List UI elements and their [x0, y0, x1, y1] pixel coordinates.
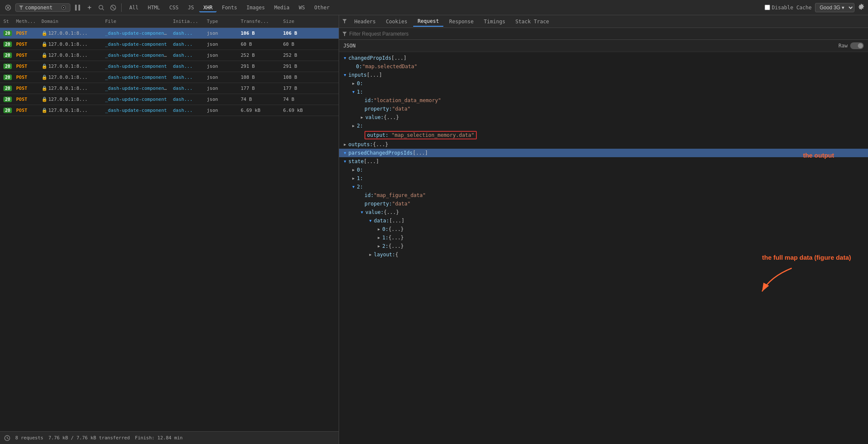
svg-point-9: [99, 5, 103, 9]
json-line[interactable]: ▶0:: [339, 166, 868, 174]
json-line[interactable]: ▶layout: {: [339, 250, 868, 259]
tree-arrow-icon[interactable]: ▶: [376, 235, 381, 240]
tree-arrow-icon[interactable]: ▼: [368, 218, 373, 223]
table-row[interactable]: 20POST🔒127.0.0.1:8..._dash-update-compon…: [0, 83, 339, 94]
tree-arrow-icon[interactable]: ▶: [368, 252, 373, 257]
json-line[interactable]: ▼state [...]: [339, 157, 868, 166]
tab-headers[interactable]: Headers: [350, 17, 380, 26]
network-throttle-select[interactable]: Good 3G ▾: [815, 3, 854, 12]
json-value: "map.selectedData": [362, 64, 417, 69]
tab-timings[interactable]: Timings: [480, 17, 510, 26]
json-bracket: [...]: [389, 218, 404, 224]
json-key: data:: [374, 218, 389, 224]
json-line[interactable]: ▶2:: [339, 122, 868, 130]
json-bracket: {: [395, 252, 398, 258]
cell-size: 106 B: [281, 31, 315, 36]
filter-clear-icon[interactable]: [61, 5, 67, 11]
tab-css[interactable]: CSS: [165, 3, 183, 12]
tree-arrow-icon[interactable]: ▼: [351, 89, 356, 94]
json-line[interactable]: ▶1: {...}: [339, 233, 868, 242]
tree-arrow-icon[interactable]: ▶: [351, 123, 356, 128]
json-line[interactable]: ▼data: [...]: [339, 216, 868, 225]
tree-arrow-icon[interactable]: ▶: [351, 81, 356, 86]
tree-arrow-icon[interactable]: ▼: [342, 159, 348, 164]
tree-arrow-icon[interactable]: ▶: [351, 176, 356, 181]
json-line[interactable]: ▶0: {...}: [339, 225, 868, 233]
tree-arrow-icon[interactable]: ▼: [342, 56, 348, 61]
tree-arrow-icon[interactable]: ▼: [351, 184, 356, 189]
json-bracket: [...]: [364, 158, 379, 164]
tree-arrow-icon[interactable]: ▶: [351, 167, 356, 172]
json-key: 2:: [357, 184, 363, 190]
settings-icon[interactable]: [858, 3, 865, 11]
tab-ws[interactable]: WS: [295, 3, 309, 12]
table-row[interactable]: 20POST🔒127.0.0.1:8..._dash-update-compon…: [0, 28, 339, 39]
json-line[interactable]: 0: "map.selectedData": [339, 62, 868, 71]
cell-method: POST: [14, 108, 40, 113]
main-content: St Meth... Domain File Initia... Type Tr…: [0, 15, 868, 444]
json-line[interactable]: ▼2:: [339, 183, 868, 191]
json-line[interactable]: ▼parsedChangedPropsIds [...]: [339, 149, 868, 157]
json-line[interactable]: output: "map_selection_memory.data": [339, 130, 868, 140]
search-magnifier-icon[interactable]: [97, 3, 106, 12]
table-row[interactable]: 20POST🔒127.0.0.1:8..._dash-update-compon…: [0, 50, 339, 61]
tree-arrow-icon[interactable]: ▼: [359, 210, 364, 215]
tab-request[interactable]: Request: [413, 17, 443, 27]
json-bracket: {...}: [388, 226, 403, 232]
tree-arrow-icon[interactable]: ▼: [342, 150, 348, 155]
json-line[interactable]: property: "data": [339, 200, 868, 208]
cell-size: 252 B: [281, 53, 315, 58]
cell-type: json: [205, 75, 239, 80]
tree-arrow-icon[interactable]: ▶: [376, 244, 381, 249]
tab-images[interactable]: Images: [242, 3, 269, 12]
json-line[interactable]: ▼inputs [...]: [339, 71, 868, 79]
cell-type: json: [205, 42, 239, 47]
tab-cookies[interactable]: Cookies: [382, 17, 412, 26]
tree-arrow-icon[interactable]: ▶: [359, 115, 364, 120]
raw-toggle[interactable]: Raw: [838, 42, 864, 49]
json-line[interactable]: id: "map_figure_data": [339, 191, 868, 200]
table-row[interactable]: 20POST🔒127.0.0.1:8..._dash-update-compon…: [0, 39, 339, 50]
tab-media[interactable]: Media: [270, 3, 294, 12]
table-row[interactable]: 20POST🔒127.0.0.1:8..._dash-update-compon…: [0, 72, 339, 83]
tree-arrow-icon[interactable]: ▶: [342, 142, 348, 147]
json-key: 2:: [357, 123, 363, 129]
add-icon[interactable]: +: [85, 3, 94, 12]
tab-xhr[interactable]: XHR: [199, 3, 217, 12]
cell-initiator: dash...: [171, 42, 205, 47]
raw-toggle-switch[interactable]: [850, 42, 864, 49]
table-row[interactable]: 20POST🔒127.0.0.1:8..._dash-update-compon…: [0, 105, 339, 116]
tab-other[interactable]: Other: [310, 3, 334, 12]
json-line[interactable]: ▼changedPropIds [...]: [339, 54, 868, 62]
json-line[interactable]: ▶outputs: {...}: [339, 140, 868, 149]
tab-js[interactable]: JS: [184, 3, 198, 12]
json-line[interactable]: ▶value: {...}: [339, 113, 868, 122]
table-row[interactable]: 20POST🔒127.0.0.1:8..._dash-update-compon…: [0, 61, 339, 72]
json-line[interactable]: ▼value: {...}: [339, 208, 868, 216]
json-line[interactable]: ▶1:: [339, 174, 868, 183]
cell-domain: 🔒127.0.0.1:8...: [40, 42, 103, 47]
table-row[interactable]: 20POST🔒127.0.0.1:8..._dash-update-compon…: [0, 94, 339, 105]
tree-arrow-icon[interactable]: ▼: [342, 72, 348, 78]
tab-stack-trace[interactable]: Stack Trace: [511, 17, 553, 26]
clear-icon[interactable]: [3, 3, 13, 12]
tab-fonts[interactable]: Fonts: [217, 3, 241, 12]
disable-cache-checkbox[interactable]: Disable Cache: [765, 5, 812, 11]
tab-html[interactable]: HTML: [144, 3, 164, 12]
pause-icon[interactable]: [73, 3, 82, 12]
json-bracket: [...]: [367, 72, 382, 78]
svg-line-15: [7, 438, 8, 439]
tree-arrow-icon[interactable]: ▶: [376, 227, 381, 232]
json-line[interactable]: ▶0:: [339, 79, 868, 88]
cell-status: 20: [2, 31, 14, 36]
filter-request-input[interactable]: [349, 31, 865, 37]
tab-all[interactable]: All: [125, 3, 143, 12]
json-line[interactable]: ▼1:: [339, 88, 868, 96]
json-line[interactable]: property: "data": [339, 105, 868, 113]
block-icon[interactable]: [108, 3, 118, 12]
tab-response[interactable]: Response: [445, 17, 478, 26]
arrow-icon: 🔀: [168, 86, 171, 91]
json-line[interactable]: ▶2: {...}: [339, 242, 868, 250]
json-line[interactable]: id: "location_data_memory": [339, 96, 868, 105]
json-output-value: "map_selection_memory.data": [392, 132, 474, 138]
